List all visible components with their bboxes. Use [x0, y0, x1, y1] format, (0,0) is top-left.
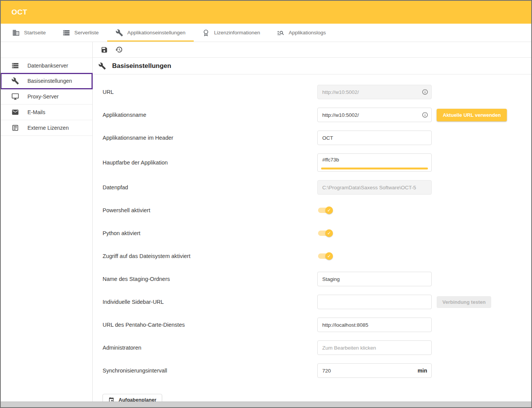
field-label-staging: Name des Staging-Ordners — [103, 276, 317, 282]
form-row-datenpfad: Datenpfad — [103, 180, 531, 195]
form-row-powershell: Powershell aktiviert ✓ — [103, 203, 531, 218]
field-label-applikationsname-header: Applikationsname im Header — [103, 135, 317, 141]
calendar-icon — [108, 397, 114, 402]
field-label-url: URL — [103, 89, 317, 95]
toggle-check-icon: ✓ — [325, 206, 333, 214]
url-input — [317, 85, 432, 99]
tab-applikationslogs[interactable]: Applikationslogs — [268, 24, 334, 42]
info-icon[interactable] — [422, 89, 428, 95]
wrench-icon — [98, 62, 106, 70]
server-list-icon — [63, 29, 70, 37]
tab-label: Serverliste — [74, 30, 99, 35]
history-icon — [115, 46, 123, 53]
task-scheduler-button[interactable]: Aufgabenplaner — [103, 394, 162, 402]
form-row-synchronisierung: Synchronisierungsintervall min — [103, 363, 531, 378]
applikationsname-input[interactable] — [317, 108, 432, 122]
envelope-icon — [11, 108, 19, 116]
form-row-administratoren: Administratoren — [103, 340, 531, 355]
sidebar-item-label: E-Mails — [27, 109, 45, 115]
toggle-check-icon: ✓ — [325, 229, 333, 237]
toolbar — [93, 42, 531, 58]
wrench-icon — [11, 77, 19, 85]
toggle-check-icon: ✓ — [325, 252, 333, 260]
sync-interval-input[interactable] — [317, 363, 432, 378]
sidebar-item-label: Basiseinstellungen — [27, 78, 72, 84]
app-title: OCT — [11, 8, 27, 16]
settings-sidebar: Datenbankserver Basiseinstellungen Proxy… — [1, 42, 93, 402]
field-label-hauptfarbe: Hauptfarbe der Applikation — [103, 160, 317, 166]
sidebar-item-label: Datenbankserver — [27, 63, 68, 69]
sidebar-item-proxy-server[interactable]: Proxy-Server — [1, 89, 92, 105]
tab-label: Startseite — [24, 30, 46, 35]
reset-history-button[interactable] — [115, 46, 123, 53]
app-header: OCT — [1, 1, 531, 24]
log-search-icon — [277, 29, 284, 37]
task-scheduler-label: Aufgabenplaner — [119, 397, 156, 402]
form-row-python: Python aktiviert ✓ — [103, 226, 531, 240]
field-label-powershell: Powershell aktiviert — [103, 207, 317, 213]
sync-interval-unit: min — [418, 368, 427, 374]
form-row-url: URL — [103, 85, 531, 99]
sidebar-item-label: Externe Lizenzen — [27, 125, 69, 131]
sidebar-item-label: Proxy-Server — [27, 94, 59, 100]
settings-form: URL Applikationsname — [93, 74, 531, 402]
header-name-input[interactable] — [317, 131, 432, 145]
use-current-url-button[interactable]: Aktuelle URL verwenden — [437, 109, 507, 121]
python-toggle[interactable]: ✓ — [318, 231, 332, 236]
powershell-toggle[interactable]: ✓ — [318, 208, 332, 213]
save-icon — [101, 46, 108, 53]
field-label-sidebar-url: Individuelle Sidebar-URL — [103, 299, 317, 305]
info-icon[interactable] — [422, 112, 428, 118]
field-label-python: Python aktiviert — [103, 230, 317, 236]
filesystem-toggle[interactable]: ✓ — [318, 253, 332, 259]
form-row-staging: Name des Staging-Ordners — [103, 272, 531, 286]
page-title: Basiseinstellungen — [112, 62, 171, 70]
tab-startseite[interactable]: Startseite — [4, 24, 54, 42]
monitor-icon — [11, 93, 19, 100]
app-window: OCT Startseite Serverliste Applikationse… — [0, 0, 532, 408]
sidebar-item-emails[interactable]: E-Mails — [1, 105, 92, 120]
form-row-dateisystem: Zugriff auf das Dateisystem aktiviert ✓ — [103, 249, 531, 263]
tab-lizenzinformationen[interactable]: Lizenzinformationen — [194, 24, 268, 42]
field-label-administratoren: Administratoren — [103, 345, 317, 351]
sidebar-item-datenbankserver[interactable]: Datenbankserver — [1, 58, 92, 73]
content-area: Datenbankserver Basiseinstellungen Proxy… — [1, 42, 531, 402]
sidebar-item-basiseinstellungen[interactable]: Basiseinstellungen — [1, 73, 92, 89]
field-label-dateisystem: Zugriff auf das Dateisystem aktiviert — [103, 253, 317, 259]
form-row-hauptfarbe: Hauptfarbe der Applikation — [103, 153, 531, 172]
main-nav: Startseite Serverliste Applikationseinst… — [1, 24, 531, 42]
page-header: Basiseinstellungen — [93, 58, 531, 74]
tab-label: Applikationseinstellungen — [127, 30, 185, 35]
save-button[interactable] — [101, 46, 108, 53]
field-label-pentaho: URL des Pentaho-Carte-Dienstes — [103, 322, 317, 328]
form-row-applikationsname-header: Applikationsname im Header — [103, 131, 531, 145]
building-icon — [12, 29, 20, 37]
administrators-input[interactable] — [317, 340, 432, 355]
sidebar-item-externe-lizenzen[interactable]: Externe Lizenzen — [1, 120, 92, 136]
tab-serverliste[interactable]: Serverliste — [54, 24, 107, 42]
form-row-applikationsname: Applikationsname Aktuelle URL verwenden — [103, 108, 531, 122]
database-list-icon — [11, 62, 19, 69]
data-path-input — [317, 180, 432, 195]
pentaho-url-input[interactable] — [317, 318, 432, 332]
field-label-datenpfad: Datenpfad — [103, 184, 317, 190]
sidebar-url-input[interactable] — [317, 295, 432, 309]
window-footer — [1, 402, 531, 407]
tab-label: Applikationslogs — [289, 30, 326, 35]
test-connection-button: Verbindung testen — [437, 296, 491, 308]
field-label-synchronisierung: Synchronisierungsintervall — [103, 368, 317, 374]
field-label-applikationsname: Applikationsname — [103, 112, 317, 118]
license-badge-icon — [202, 29, 210, 37]
form-row-sidebar-url: Individuelle Sidebar-URL Verbindung test… — [103, 295, 531, 309]
main-panel: Basiseinstellungen URL Applikationsname — [93, 42, 531, 402]
form-row-pentaho: URL des Pentaho-Carte-Dienstes — [103, 318, 531, 332]
tab-applikationseinstellungen[interactable]: Applikationseinstellungen — [107, 24, 194, 42]
staging-folder-input[interactable] — [317, 272, 432, 286]
color-preview-bar — [321, 168, 428, 169]
tab-label: Lizenzinformationen — [214, 30, 260, 35]
document-icon — [11, 124, 19, 132]
wrench-icon — [116, 29, 123, 37]
